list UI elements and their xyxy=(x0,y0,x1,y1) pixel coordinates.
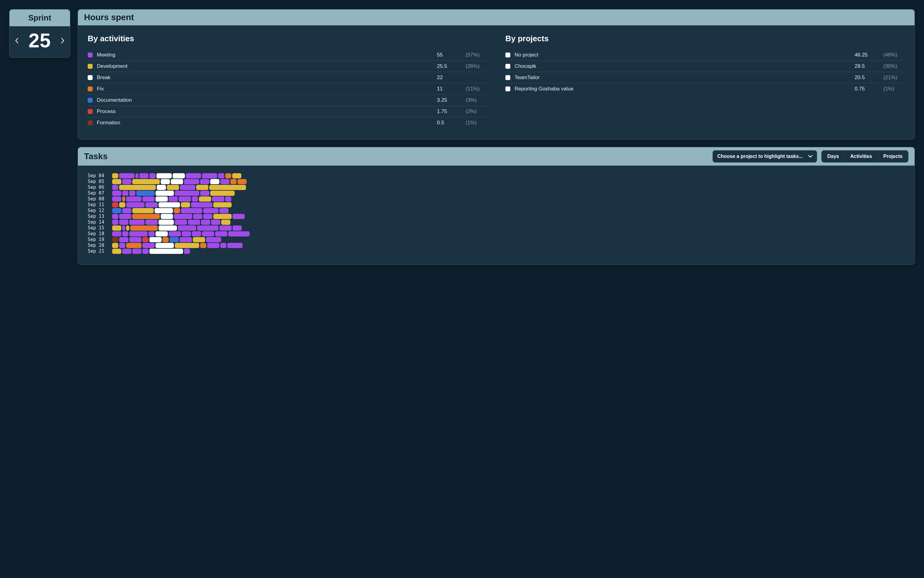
task-segment-meeting[interactable] xyxy=(219,226,232,231)
task-segment-meeting[interactable] xyxy=(225,196,231,201)
task-segment-meeting[interactable] xyxy=(220,179,229,184)
task-segment-development[interactable] xyxy=(213,202,232,208)
task-segment-development[interactable] xyxy=(196,185,208,190)
sprint-next-button[interactable] xyxy=(60,37,66,44)
task-segment-meeting[interactable] xyxy=(182,231,191,237)
task-segment-meeting[interactable] xyxy=(180,237,192,242)
task-segment-meeting[interactable] xyxy=(169,231,181,237)
task-segment-meeting[interactable] xyxy=(228,231,250,237)
task-segment-break[interactable] xyxy=(149,249,183,254)
task-segment-meeting[interactable] xyxy=(129,237,141,242)
segment-days[interactable]: Days xyxy=(822,151,844,162)
task-segment-meeting[interactable] xyxy=(112,220,118,225)
task-segment-meeting[interactable] xyxy=(175,220,187,225)
task-segment-meeting[interactable] xyxy=(145,202,158,208)
segment-activities[interactable]: Activities xyxy=(844,151,878,162)
task-segment-fix[interactable] xyxy=(162,237,169,242)
task-segment-meeting[interactable] xyxy=(174,214,192,219)
task-segment-development[interactable] xyxy=(167,185,179,190)
task-segment-break[interactable] xyxy=(210,179,219,184)
project-highlight-select[interactable]: Choose a project to highlight tasks... xyxy=(713,150,817,162)
task-segment-meeting[interactable] xyxy=(145,220,158,225)
task-segment-meeting[interactable] xyxy=(122,249,132,254)
task-segment-meeting[interactable] xyxy=(232,214,245,219)
task-segment-meeting[interactable] xyxy=(197,226,218,231)
task-segment-meeting[interactable] xyxy=(119,220,128,225)
task-segment-meeting[interactable] xyxy=(175,191,199,196)
task-segment-meeting[interactable] xyxy=(169,196,178,201)
sprint-prev-button[interactable] xyxy=(14,37,20,44)
task-segment-meeting[interactable] xyxy=(179,196,191,201)
task-segment-break[interactable] xyxy=(171,179,183,184)
task-segment-development[interactable] xyxy=(181,202,190,208)
task-segment-meeting[interactable] xyxy=(218,173,224,179)
task-segment-meeting[interactable] xyxy=(112,214,118,219)
task-segment-meeting[interactable] xyxy=(112,185,118,190)
task-segment-break[interactable] xyxy=(173,173,185,179)
task-segment-meeting[interactable] xyxy=(135,173,138,179)
task-segment-fix[interactable] xyxy=(200,243,206,248)
task-segment-development[interactable] xyxy=(132,179,160,184)
task-segment-meeting[interactable] xyxy=(184,249,190,254)
task-segment-meeting[interactable] xyxy=(184,179,199,184)
task-segment-meeting[interactable] xyxy=(129,191,135,196)
task-segment-meeting[interactable] xyxy=(201,220,210,225)
task-segment-development[interactable] xyxy=(112,226,121,231)
task-segment-break[interactable] xyxy=(156,196,168,201)
task-segment-meeting[interactable] xyxy=(178,226,196,231)
task-segment-meeting[interactable] xyxy=(132,249,141,254)
task-segment-fix[interactable] xyxy=(231,179,237,184)
task-segment-meeting[interactable] xyxy=(122,191,128,196)
task-segment-development[interactable] xyxy=(112,243,118,248)
task-segment-meeting[interactable] xyxy=(207,243,219,248)
task-segment-meeting[interactable] xyxy=(188,220,200,225)
task-segment-development[interactable] xyxy=(232,173,241,179)
task-segment-process[interactable] xyxy=(142,237,148,242)
task-segment-meeting[interactable] xyxy=(119,173,135,179)
task-segment-development[interactable] xyxy=(199,196,211,201)
task-segment-meeting[interactable] xyxy=(119,214,132,219)
task-segment-documentation[interactable] xyxy=(112,208,121,213)
task-segment-formation[interactable] xyxy=(112,237,118,242)
task-segment-meeting[interactable] xyxy=(112,191,121,196)
task-segment-meeting[interactable] xyxy=(200,179,209,184)
task-segment-break[interactable] xyxy=(149,237,162,242)
task-segment-break[interactable] xyxy=(159,202,180,208)
task-segment-meeting[interactable] xyxy=(203,208,218,213)
task-segment-break[interactable] xyxy=(159,226,177,231)
task-segment-break[interactable] xyxy=(157,185,166,190)
task-segment-meeting[interactable] xyxy=(203,214,212,219)
task-segment-meeting[interactable] xyxy=(180,185,195,190)
task-segment-meeting[interactable] xyxy=(211,220,220,225)
task-segment-meeting[interactable] xyxy=(191,202,212,208)
task-segment-meeting[interactable] xyxy=(181,208,202,213)
task-segment-development[interactable] xyxy=(119,185,156,190)
task-segment-fix[interactable] xyxy=(225,173,231,179)
task-segment-meeting[interactable] xyxy=(206,237,221,242)
task-segment-meeting[interactable] xyxy=(119,237,128,242)
task-segment-development[interactable] xyxy=(209,185,246,190)
task-segment-meeting[interactable] xyxy=(192,196,198,201)
task-segment-meeting[interactable] xyxy=(215,231,227,237)
task-segment-meeting[interactable] xyxy=(122,231,128,237)
task-segment-fix[interactable] xyxy=(130,226,158,231)
task-segment-meeting[interactable] xyxy=(126,202,145,208)
task-segment-meeting[interactable] xyxy=(126,196,141,201)
task-segment-meeting[interactable] xyxy=(212,196,224,201)
task-segment-fix[interactable] xyxy=(132,214,160,219)
task-segment-break[interactable] xyxy=(156,173,172,179)
task-segment-meeting[interactable] xyxy=(122,226,125,231)
task-segment-development[interactable] xyxy=(132,208,154,213)
task-segment-documentation[interactable] xyxy=(136,191,154,196)
task-segment-meeting[interactable] xyxy=(139,173,148,179)
task-segment-fix[interactable] xyxy=(237,179,247,184)
task-segment-development[interactable] xyxy=(213,214,232,219)
task-segment-break[interactable] xyxy=(156,231,168,237)
task-segment-meeting[interactable] xyxy=(122,208,132,213)
task-segment-break[interactable] xyxy=(156,191,174,196)
task-segment-meeting[interactable] xyxy=(142,243,154,248)
task-segment-break[interactable] xyxy=(161,214,173,219)
task-segment-meeting[interactable] xyxy=(186,173,201,179)
task-segment-meeting[interactable] xyxy=(202,173,217,179)
task-segment-break[interactable] xyxy=(154,208,173,213)
